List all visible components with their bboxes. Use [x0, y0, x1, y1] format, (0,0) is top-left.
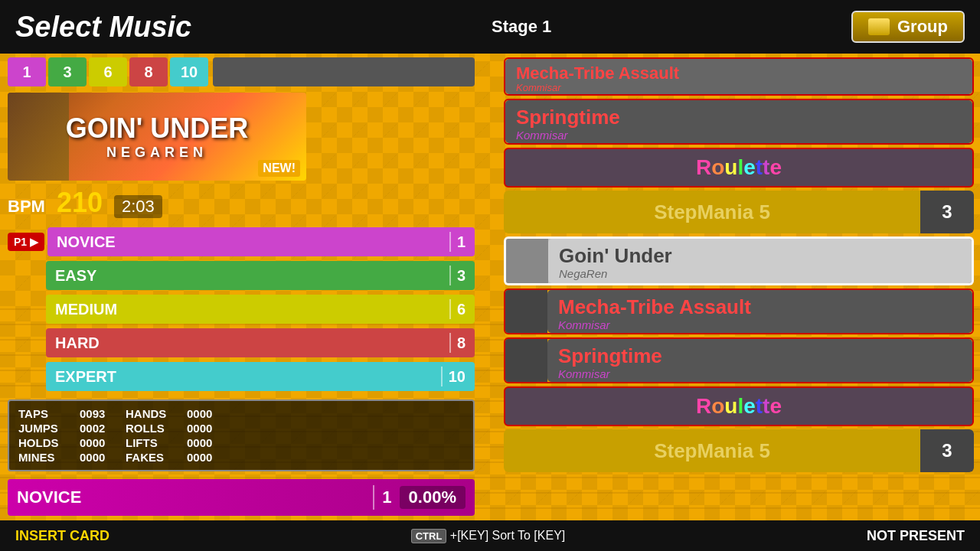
- song-title: Mecha-Tribe Assault: [516, 65, 962, 82]
- easy-num: 3: [457, 267, 466, 285]
- p1-indicator: P1 ▶: [8, 233, 44, 251]
- header: Select Music Stage 1 Group: [0, 0, 980, 54]
- roulette-label-o: o: [711, 155, 724, 180]
- expert-label: EXPERT: [55, 368, 435, 386]
- roulette-label-l: l: [737, 155, 743, 180]
- group-title-2: StepMania 5: [504, 439, 920, 463]
- bpm-row: BPM 210 2:03: [8, 187, 475, 219]
- score-divider: [373, 485, 374, 510]
- footer-center: CTRL +[KEY] Sort To [KEY]: [109, 529, 867, 543]
- medium-label: MEDIUM: [55, 301, 443, 318]
- stat-hands-value: 0000: [187, 407, 233, 420]
- song-title: Goin' Under: [559, 245, 961, 267]
- roulette-label: R: [696, 155, 711, 180]
- diff-row-easy[interactable]: EASY 3: [8, 260, 475, 291]
- medium-bar: MEDIUM 6: [46, 295, 475, 324]
- score-bar: NOVICE 1 0.00%: [8, 479, 475, 516]
- song-banner-artist: NEGAREN: [106, 145, 207, 161]
- novice-num: 1: [457, 233, 466, 251]
- hard-label: HARD: [55, 334, 443, 352]
- roulette2-t: t: [756, 394, 763, 419]
- song-artist: Kommisar: [516, 82, 962, 93]
- footer: INSERT CARD CTRL +[KEY] Sort To [KEY] NO…: [0, 520, 980, 551]
- roulette-label-e2: e: [769, 155, 782, 180]
- song-title: Springtime: [516, 106, 962, 129]
- page-title: Select Music: [15, 11, 191, 44]
- medium-num: 6: [457, 301, 466, 318]
- song-artist: NegaRen: [559, 267, 961, 280]
- novice-bar: NOVICE 1: [47, 227, 475, 256]
- roulette2-t2: t: [763, 394, 769, 419]
- list-item[interactable]: Mecha-Tribe Assault Kommisar: [504, 289, 974, 334]
- stat-mines-value: 0000: [80, 451, 126, 464]
- group-item-2[interactable]: StepMania 5 3: [504, 429, 974, 472]
- group-title: StepMania 5: [504, 201, 920, 224]
- bpm-label: BPM: [8, 197, 45, 217]
- stat-fakes-label: FAKES: [126, 451, 187, 464]
- left-panel: 1 3 6 8 10 GOIN' UNDER NEGAREN NEW! BPM …: [8, 57, 475, 516]
- expert-bar: EXPERT 10: [46, 362, 475, 391]
- roulette-label-t: t: [756, 155, 763, 180]
- stat-holds-value: 0000: [80, 436, 126, 449]
- folder-icon: [868, 18, 890, 35]
- novice-label: NOVICE: [57, 233, 443, 251]
- stat-taps-label: TAPS: [18, 407, 80, 420]
- roulette2-e1: e: [743, 394, 756, 419]
- diff-tab-easy[interactable]: 3: [48, 57, 87, 86]
- ctrl-badge: CTRL: [411, 529, 447, 543]
- diff-tab-bar: [213, 57, 475, 86]
- roulette2-o: o: [711, 394, 724, 419]
- stage-label: Stage 1: [191, 17, 851, 37]
- easy-bar: EASY 3: [46, 261, 475, 290]
- song-title: Mecha-Tribe Assault: [558, 296, 962, 318]
- diff-tab-medium[interactable]: 6: [89, 57, 127, 86]
- song-artist: Kommisar: [558, 318, 962, 331]
- bpm-value: 210: [57, 187, 103, 219]
- roulette2-e2: e: [769, 394, 782, 419]
- roulette-item[interactable]: R o u l e t t e: [504, 148, 974, 187]
- list-item[interactable]: Mecha-Tribe Assault Kommisar: [504, 57, 974, 96]
- roulette-label-e1: e: [743, 155, 756, 180]
- song-banner: GOIN' UNDER NEGAREN NEW!: [8, 93, 306, 181]
- roulette-item-2[interactable]: R o u l e t t e: [504, 386, 974, 426]
- score-num: 1: [382, 487, 391, 507]
- song-time: 2:03: [114, 195, 162, 218]
- roulette2-r: R: [696, 394, 711, 419]
- difficulty-list: P1 ▶ NOVICE 1 EASY 3 MEDIUM 6: [8, 227, 475, 392]
- stat-taps-value: 0093: [80, 407, 126, 420]
- stat-jumps-value: 0002: [80, 422, 126, 435]
- list-item-selected[interactable]: Goin' Under NegaRen: [504, 236, 974, 285]
- diff-tab-hard[interactable]: 8: [129, 57, 168, 86]
- stat-lifts-label: LIFTS: [126, 436, 187, 449]
- list-item[interactable]: Springtime Kommisar: [504, 99, 974, 145]
- song-artist: Kommisar: [558, 367, 962, 380]
- insert-card-label: INSERT CARD: [15, 528, 109, 544]
- diff-tab-expert[interactable]: 10: [170, 57, 208, 86]
- diff-tabs: 1 3 6 8 10: [8, 57, 475, 86]
- score-diff-name: NOVICE: [17, 487, 365, 507]
- roulette2-l: l: [737, 394, 743, 419]
- easy-label: EASY: [55, 267, 443, 285]
- list-item[interactable]: Springtime Kommisar: [504, 337, 974, 383]
- diff-tab-novice[interactable]: 1: [8, 57, 46, 86]
- stat-lifts-value: 0000: [187, 436, 233, 449]
- stat-rolls-value: 0000: [187, 422, 233, 435]
- diff-row-expert[interactable]: EXPERT 10: [8, 361, 475, 392]
- group-badge: 3: [920, 191, 974, 233]
- roulette-label-t2: t: [763, 155, 769, 180]
- new-badge: NEW!: [258, 160, 300, 177]
- diff-row-medium[interactable]: MEDIUM 6: [8, 294, 475, 324]
- diff-row-hard[interactable]: HARD 8: [8, 328, 475, 358]
- group-item[interactable]: StepMania 5 3: [504, 191, 974, 233]
- hard-num: 8: [457, 334, 466, 352]
- diff-row-novice[interactable]: P1 ▶ NOVICE 1: [8, 227, 475, 257]
- stat-holds-label: HOLDS: [18, 436, 80, 449]
- song-banner-title: GOIN' UNDER: [66, 112, 249, 145]
- stat-hands-label: HANDS: [126, 407, 187, 420]
- stat-jumps-label: JUMPS: [18, 422, 80, 435]
- hard-bar: HARD 8: [46, 328, 475, 357]
- song-list: Mecha-Tribe Assault Kommisar Springtime …: [498, 54, 980, 520]
- not-present-label: NOT PRESENT: [867, 528, 965, 544]
- group-button[interactable]: Group: [851, 11, 965, 43]
- expert-num: 10: [449, 368, 466, 386]
